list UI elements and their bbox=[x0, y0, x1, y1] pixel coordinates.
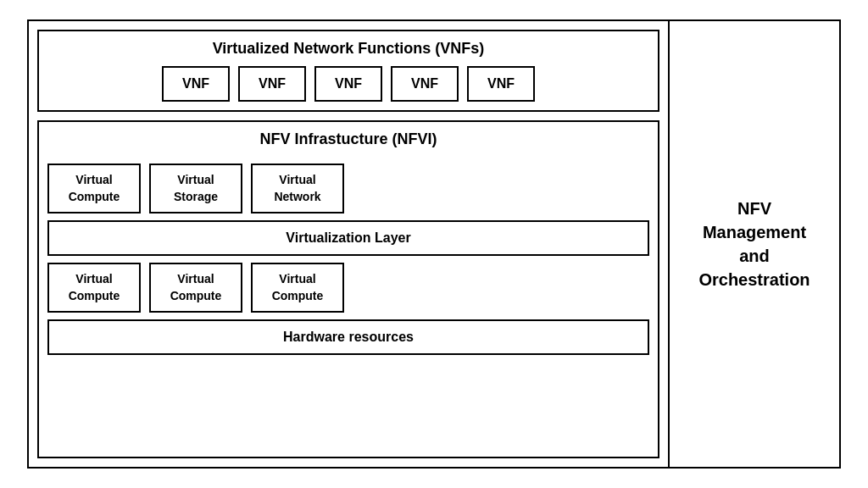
virtual-compute-box: VirtualCompute bbox=[47, 164, 141, 214]
compute-resources-row: VirtualCompute VirtualCompute VirtualCom… bbox=[47, 263, 649, 313]
virtual-network-box: VirtualNetwork bbox=[251, 164, 344, 214]
nfvi-title: NFV Infrastucture (NFVI) bbox=[47, 130, 649, 148]
compute-box-3: VirtualCompute bbox=[251, 263, 344, 313]
left-panel: Virtualized Network Functions (VNFs) VNF… bbox=[29, 21, 670, 467]
compute-box-1: VirtualCompute bbox=[47, 263, 141, 313]
vnf-box-2: VNF bbox=[238, 66, 306, 102]
nfv-management-label: NFV Management and Orchestration bbox=[687, 197, 822, 291]
right-panel: NFV Management and Orchestration bbox=[670, 21, 839, 467]
vnf-boxes-container: VNF VNF VNF VNF VNF bbox=[47, 66, 649, 102]
virtual-resources-row: VirtualCompute VirtualStorage VirtualNet… bbox=[47, 164, 649, 214]
virtualization-layer-box: Virtualization Layer bbox=[47, 220, 649, 256]
virtual-storage-box: VirtualStorage bbox=[149, 164, 242, 214]
vnf-box-4: VNF bbox=[391, 66, 459, 102]
main-diagram: Virtualized Network Functions (VNFs) VNF… bbox=[27, 19, 841, 469]
vnf-box-3: VNF bbox=[314, 66, 382, 102]
compute-box-2: VirtualCompute bbox=[149, 263, 242, 313]
vnfs-title: Virtualized Network Functions (VNFs) bbox=[47, 40, 649, 58]
hardware-resources-box: Hardware resources bbox=[47, 319, 649, 355]
vnf-box-1: VNF bbox=[162, 66, 230, 102]
vnfs-section: Virtualized Network Functions (VNFs) VNF… bbox=[37, 30, 659, 112]
nfvi-section: NFV Infrastucture (NFVI) VirtualCompute … bbox=[37, 120, 659, 458]
vnf-box-5: VNF bbox=[467, 66, 535, 102]
